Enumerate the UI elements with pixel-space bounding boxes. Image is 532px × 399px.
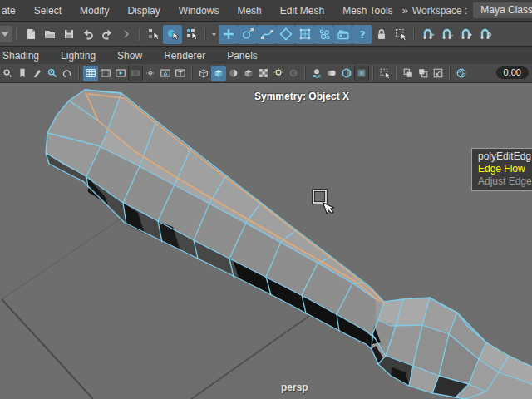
exposure-toggle-button[interactable] [339,66,354,81]
menu-windows[interactable]: Windows [170,5,229,17]
default-material-button[interactable] [256,66,271,81]
perspective-viewport[interactable]: Symmetry: Object X persp polyEditEdg Edg… [0,83,532,399]
workspace-label: Workspace : [412,5,467,17]
menu-mesh-tools[interactable]: Mesh Tools [333,5,401,17]
polygon-mesh[interactable] [46,90,532,399]
select-hierarchy-button[interactable] [144,25,163,44]
snap-to-points-button[interactable] [456,25,475,44]
overflow-chevron-icon [120,27,133,41]
select-component-button[interactable] [182,25,201,44]
save-scene-button[interactable] [59,25,78,44]
menu-display[interactable]: Display [118,5,169,17]
redo-button[interactable] [97,25,116,44]
menu-show[interactable]: Show [106,50,153,62]
depth-of-field-button[interactable] [354,66,369,81]
screen-space-ao-button[interactable] [309,66,324,81]
field-chart-button[interactable] [143,66,158,81]
motion-blur-button[interactable] [324,66,339,81]
select-camera-button[interactable] [0,66,15,81]
zoom-region-button[interactable] [431,66,446,81]
shaded-mode-icon [213,67,224,79]
mask-deformations-icon [298,27,312,41]
mask-deformations-button[interactable] [295,25,314,44]
select-component-icon [185,27,199,41]
mask-surfaces-button[interactable] [276,25,295,44]
menu-create[interactable]: ate [0,5,25,17]
mask-rendering-button[interactable] [333,25,352,44]
undo-button[interactable] [78,25,97,44]
menu-modify[interactable]: Modify [71,5,118,17]
mask-dynamics-icon [318,27,331,41]
shaded-mode-button[interactable] [211,66,226,81]
menu-set-dropdown-icon [0,27,12,41]
toolbar-separator [301,64,309,82]
snap-to-grid-button[interactable] [418,25,437,44]
lock-selection-button[interactable] [372,25,391,44]
grid-toggle-button[interactable] [83,66,98,81]
undo-icon [81,27,95,41]
mask-misc-button[interactable] [352,25,372,44]
menu-renderer[interactable]: Renderer [153,50,216,62]
mask-curves-button[interactable] [257,25,276,44]
highlight-selection-button[interactable] [391,25,410,44]
popup-item-adjust-edge[interactable]: Adjust Edge [478,175,532,188]
camera-name-label: persp [281,382,308,393]
mask-points-button[interactable] [219,25,238,44]
safe-title-button[interactable] [173,66,188,81]
select-object-button[interactable] [163,25,182,44]
overflow-chevron[interactable] [116,25,135,44]
new-scene-button[interactable] [21,25,40,44]
mask-dynamics-button[interactable] [314,25,333,44]
wireframe-mode-button[interactable] [196,66,211,81]
bookmarks-button[interactable] [15,66,30,81]
isolate-select-button[interactable] [377,66,392,81]
roll-tool-button[interactable] [60,66,75,81]
menu-set-dropdown[interactable] [0,26,12,42]
highlight-selection-icon [394,27,407,41]
panel-menubar: Shading Lighting Show Renderer Panels [0,47,532,64]
xray-active-button[interactable] [416,66,431,81]
exposure-field[interactable]: 0.00 [496,66,529,79]
shadows-toggle-button[interactable] [286,66,301,81]
lighting-toggle-button[interactable] [271,66,286,81]
textured-mode-button[interactable] [226,66,241,81]
workspace-dropdown[interactable]: Maya Classic [473,2,532,18]
new-scene-icon [24,27,37,41]
toolbar-separator [201,25,209,44]
mask-misc-icon [356,27,369,41]
mask-handles-button[interactable] [238,25,257,44]
menu-lighting[interactable]: Lighting [50,50,106,62]
motion-blur-icon [326,67,337,79]
select-camera-icon [2,67,13,79]
mask-points-icon [222,27,235,41]
gate-mask-button[interactable] [128,66,143,81]
safe-action-button[interactable] [158,66,173,81]
image-plane-button[interactable] [30,66,45,81]
popup-item-edge-flow[interactable]: Edge Flow [478,163,532,175]
open-scene-button[interactable] [40,25,59,44]
toolbar-separator [392,64,401,82]
textured-mode-icon [228,67,239,79]
mask-type-dropdown[interactable] [209,25,219,44]
film-gate-button[interactable] [98,66,113,81]
textured-shaded-button[interactable] [241,66,256,81]
screen-space-ao-icon [311,67,323,79]
menu-select[interactable]: Select [25,5,71,17]
menu-edit-mesh[interactable]: Edit Mesh [271,5,333,17]
roll-tool-icon [62,67,73,79]
menu-panels[interactable]: Panels [216,50,268,62]
pan-zoom-button[interactable] [45,66,60,81]
xray-button[interactable] [401,66,416,81]
select-object-icon [166,27,180,41]
snap-to-center-button[interactable] [475,25,495,44]
chevrons-icon: » [402,4,406,17]
menu-mesh[interactable]: Mesh [228,5,270,17]
maya-window: ? T [0,0,532,399]
snap-to-curves-button[interactable] [437,25,456,44]
grid-line [2,208,137,299]
xray-icon [402,67,414,79]
menu-shading[interactable]: Shading [0,50,50,62]
resolution-gate-button[interactable] [113,66,128,81]
panel-toolbar: 0.00 [0,64,532,82]
aperture-button[interactable] [454,66,469,81]
